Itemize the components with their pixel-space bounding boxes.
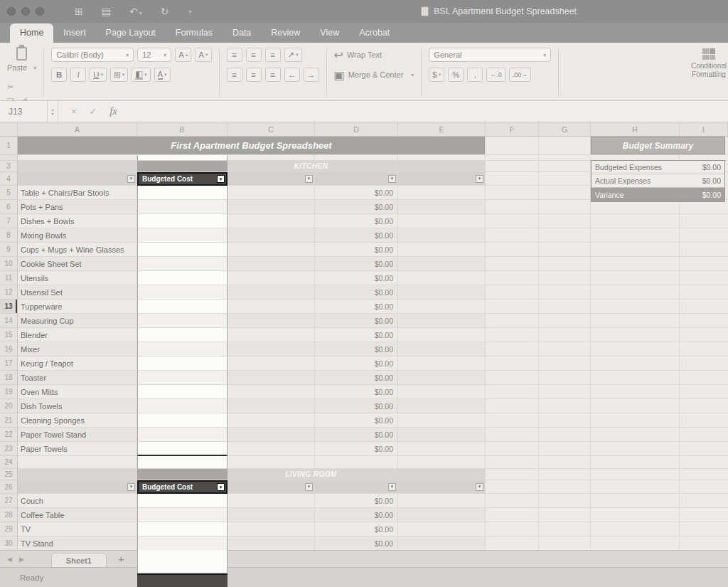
cell-col-e[interactable]: [398, 494, 486, 508]
empty-cells[interactable]: [486, 385, 728, 399]
cell-col-c[interactable]: [228, 442, 315, 456]
cell-budgeted-cost[interactable]: [137, 300, 228, 314]
cell-amount[interactable]: $0.00: [315, 356, 398, 371]
cell-col-e[interactable]: [398, 385, 486, 399]
cell-col-c[interactable]: [228, 328, 315, 342]
cell[interactable]: [398, 456, 486, 469]
row-number[interactable]: 23: [0, 442, 18, 456]
cell-item-name[interactable]: Utsensil Set: [18, 285, 137, 300]
grow-font-button[interactable]: A▴: [175, 48, 191, 62]
row-number[interactable]: 4: [0, 172, 18, 186]
cell[interactable]: [228, 155, 315, 161]
add-sheet-button[interactable]: +: [118, 553, 124, 567]
cell-col-c[interactable]: [228, 399, 315, 413]
name-box[interactable]: J13: [0, 107, 47, 117]
row-number[interactable]: 2: [0, 155, 18, 161]
column-header-f[interactable]: F: [486, 122, 539, 136]
filter-header-cell[interactable]: ▼: [228, 480, 315, 494]
cell-item-name[interactable]: Cookie Sheet Set: [18, 257, 137, 271]
italic-button[interactable]: I: [70, 68, 86, 82]
cell-col-c[interactable]: [228, 342, 315, 356]
cell-amount[interactable]: $0.00: [315, 494, 398, 508]
cell-col-c[interactable]: [228, 200, 315, 214]
row-number[interactable]: 16: [0, 342, 18, 356]
zoom-window-button[interactable]: [36, 7, 44, 16]
paste-button[interactable]: Paste▾: [7, 47, 36, 72]
cell-col-e[interactable]: [398, 522, 486, 536]
toolbar-caret-icon[interactable]: ▾: [188, 9, 191, 15]
cell-budgeted-cost[interactable]: [137, 257, 228, 271]
cell-budgeted-cost[interactable]: [137, 285, 228, 300]
cell-amount[interactable]: $0.00: [315, 243, 398, 257]
cell-item-name[interactable]: Toaster: [18, 371, 137, 385]
cell-col-e[interactable]: [398, 300, 486, 314]
currency-format-button[interactable]: $▾: [429, 68, 444, 82]
cell-col-e[interactable]: [398, 271, 486, 285]
row-number[interactable]: 18: [0, 371, 18, 385]
close-window-button[interactable]: [7, 7, 16, 16]
font-color-button[interactable]: A▾: [154, 68, 171, 82]
decrease-decimal-button[interactable]: .00→: [509, 68, 532, 82]
filter-dropdown-icon[interactable]: ▼: [127, 483, 135, 491]
insert-function-icon[interactable]: fx: [110, 106, 117, 117]
cell-budgeted-cost[interactable]: [137, 342, 228, 356]
empty-cells[interactable]: [486, 300, 728, 314]
tab-insert[interactable]: Insert: [53, 23, 95, 43]
cell-budgeted-cost[interactable]: [137, 399, 228, 413]
budget-summary-title[interactable]: Budget Summary: [591, 137, 725, 154]
cell-col-e[interactable]: [398, 536, 486, 550]
row-number[interactable]: 20: [0, 399, 18, 413]
wrap-text-button[interactable]: Wrap Text: [347, 51, 382, 59]
orientation-button[interactable]: ↗▾: [284, 48, 302, 62]
filter-dropdown-icon[interactable]: ▼: [476, 483, 483, 491]
prev-sheet-icon[interactable]: ◀: [7, 556, 12, 567]
cell-budgeted-cost[interactable]: [137, 356, 228, 371]
undo-icon[interactable]: ↶▾: [129, 6, 142, 17]
align-left-button[interactable]: ≡: [227, 68, 242, 82]
cell-budgeted-cost[interactable]: [137, 494, 228, 508]
filter-dropdown-icon[interactable]: ▼: [127, 175, 135, 183]
tab-review[interactable]: Review: [261, 23, 310, 43]
fill-color-button[interactable]: ◧▾: [132, 68, 150, 82]
row-number[interactable]: 30: [0, 536, 18, 550]
column-b-next-section-header[interactable]: [137, 573, 228, 587]
paste-caret-icon[interactable]: ▾: [33, 65, 36, 71]
cell-col-c[interactable]: [228, 371, 315, 385]
cell-col-e[interactable]: [398, 442, 486, 456]
empty-cells[interactable]: [486, 200, 728, 214]
cell-amount[interactable]: $0.00: [315, 257, 398, 271]
merge-center-button[interactable]: Merge & Center: [348, 70, 404, 79]
cell[interactable]: [315, 155, 398, 161]
cell-col-e[interactable]: [398, 371, 486, 385]
empty-cells[interactable]: [486, 522, 728, 536]
cell-amount[interactable]: $0.00: [315, 214, 398, 228]
cell-amount[interactable]: $0.00: [315, 200, 398, 214]
row-number[interactable]: 19: [0, 385, 18, 399]
cancel-entry-icon[interactable]: ×: [71, 106, 77, 117]
increase-decimal-button[interactable]: ←.0: [486, 68, 505, 82]
empty-cells[interactable]: [486, 399, 728, 413]
cell-amount[interactable]: $0.00: [315, 442, 398, 456]
empty-cells[interactable]: [486, 285, 728, 300]
cell-item-name[interactable]: Mixer: [18, 342, 137, 356]
cell-budgeted-cost[interactable]: [137, 428, 228, 442]
filter-header-cell[interactable]: ▼: [315, 172, 398, 186]
cell-item-name[interactable]: Oven Mitts: [18, 385, 137, 399]
filter-header-cell[interactable]: ▼: [398, 172, 486, 186]
cell-col-c[interactable]: [228, 243, 315, 257]
cell-col-c[interactable]: [228, 314, 315, 328]
cell-amount[interactable]: $0.00: [315, 271, 398, 285]
empty-cells[interactable]: [486, 508, 728, 522]
cell-amount[interactable]: $0.00: [315, 328, 398, 342]
confirm-entry-icon[interactable]: ✓: [90, 106, 97, 117]
filter-header-cell[interactable]: ▼: [228, 172, 315, 186]
tab-acrobat[interactable]: Acrobat: [349, 23, 400, 43]
cell-amount[interactable]: $0.00: [315, 300, 398, 314]
cell-item-name[interactable]: TV: [18, 522, 137, 536]
align-center-button[interactable]: ≡: [246, 68, 262, 82]
empty-cells[interactable]: [486, 469, 728, 480]
decrease-indent-button[interactable]: ←: [284, 68, 300, 82]
row-number[interactable]: 28: [0, 508, 18, 522]
tab-home[interactable]: Home: [10, 23, 53, 43]
cut-icon[interactable]: ✂: [7, 83, 14, 92]
